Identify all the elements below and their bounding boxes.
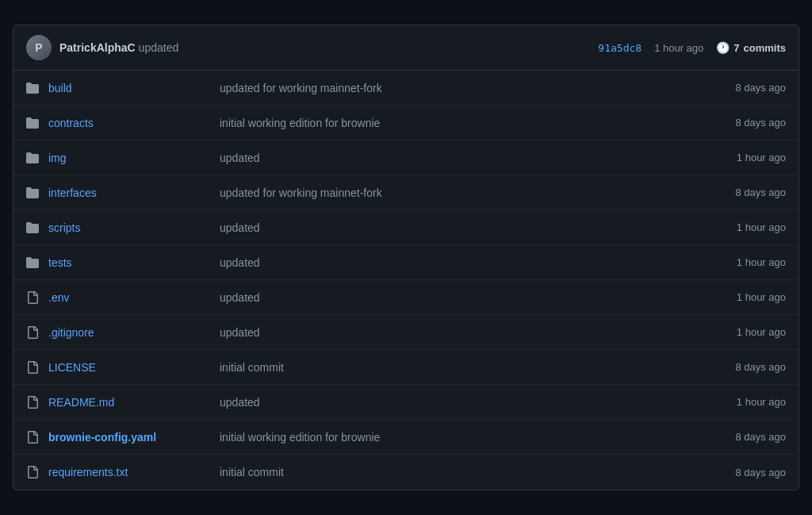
file-name[interactable]: brownie-config.yaml bbox=[48, 431, 207, 444]
header-row: P PatrickAlphaC updated 91a5dc8 1 hour a… bbox=[13, 25, 799, 71]
username[interactable]: PatrickAlphaC bbox=[59, 41, 136, 54]
file-message: updated bbox=[207, 326, 737, 339]
clock-icon: 🕐 bbox=[716, 41, 730, 54]
folder-icon bbox=[26, 117, 42, 129]
table-row: buildupdated for working mainnet-fork8 d… bbox=[13, 71, 799, 106]
file-icon bbox=[26, 361, 42, 374]
folder-icon bbox=[26, 82, 42, 94]
file-name[interactable]: requirements.txt bbox=[48, 466, 207, 478]
table-row: contractsinitial working edition for bro… bbox=[13, 106, 799, 140]
file-name[interactable]: img bbox=[48, 152, 207, 164]
file-name[interactable]: README.md bbox=[48, 396, 207, 409]
commits-count: 7 bbox=[733, 42, 739, 54]
table-row: .gitignoreupdated1 hour ago bbox=[13, 315, 799, 350]
table-row: requirements.txtinitial commit8 days ago bbox=[13, 455, 799, 490]
table-row: brownie-config.yamlinitial working editi… bbox=[13, 420, 799, 455]
file-message: updated bbox=[207, 221, 737, 234]
file-time: 1 hour ago bbox=[737, 256, 786, 268]
file-icon bbox=[26, 431, 42, 444]
table-row: scriptsupdated1 hour ago bbox=[13, 210, 799, 245]
header-time: 1 hour ago bbox=[654, 42, 703, 54]
table-row: testsupdated1 hour ago bbox=[13, 245, 799, 280]
file-name[interactable]: tests bbox=[48, 256, 207, 269]
file-name[interactable]: .env bbox=[48, 291, 207, 304]
folder-icon bbox=[26, 152, 42, 164]
avatar: P bbox=[26, 35, 52, 60]
table-row: imgupdated1 hour ago bbox=[13, 140, 799, 175]
file-name[interactable]: contracts bbox=[48, 117, 207, 129]
file-list: buildupdated for working mainnet-fork8 d… bbox=[13, 71, 799, 490]
file-name[interactable]: LICENSE bbox=[48, 361, 207, 374]
file-time: 8 days ago bbox=[735, 431, 786, 443]
folder-icon bbox=[26, 221, 42, 234]
file-name[interactable]: interfaces bbox=[48, 186, 207, 199]
file-time: 1 hour ago bbox=[737, 291, 786, 303]
file-message: updated bbox=[207, 256, 737, 269]
file-message: updated bbox=[207, 291, 737, 304]
table-row: LICENSEinitial commit8 days ago bbox=[13, 350, 799, 385]
file-time: 8 days ago bbox=[735, 467, 786, 478]
file-time: 8 days ago bbox=[735, 186, 786, 198]
file-name[interactable]: scripts bbox=[48, 221, 207, 234]
folder-icon bbox=[26, 186, 42, 199]
commits-label: commits bbox=[744, 42, 786, 54]
file-browser: P PatrickAlphaC updated 91a5dc8 1 hour a… bbox=[13, 25, 799, 490]
file-message: updated bbox=[207, 396, 737, 409]
file-icon bbox=[26, 326, 42, 339]
file-time: 1 hour ago bbox=[737, 396, 786, 408]
commit-hash[interactable]: 91a5dc8 bbox=[598, 42, 642, 54]
header-user-info: PatrickAlphaC updated bbox=[59, 41, 590, 54]
table-row: interfacesupdated for working mainnet-fo… bbox=[13, 175, 799, 210]
file-message: initial working edition for brownie bbox=[207, 117, 735, 129]
file-name[interactable]: .gitignore bbox=[48, 326, 207, 339]
file-time: 1 hour ago bbox=[737, 326, 786, 338]
file-time: 8 days ago bbox=[735, 361, 786, 373]
table-row: README.mdupdated1 hour ago bbox=[13, 385, 799, 420]
file-time: 1 hour ago bbox=[737, 152, 786, 163]
file-icon bbox=[26, 291, 42, 304]
file-name[interactable]: build bbox=[48, 82, 207, 94]
folder-icon bbox=[26, 256, 42, 269]
file-message: updated for working mainnet-fork bbox=[207, 186, 735, 199]
file-icon bbox=[26, 396, 42, 409]
file-time: 8 days ago bbox=[735, 82, 786, 94]
file-time: 1 hour ago bbox=[737, 221, 786, 233]
file-time: 8 days ago bbox=[735, 117, 786, 129]
header-meta: 91a5dc8 1 hour ago 🕐 7 commits bbox=[598, 41, 786, 54]
file-message: initial commit bbox=[207, 466, 735, 478]
file-message: updated bbox=[207, 152, 737, 164]
file-icon bbox=[26, 466, 42, 478]
file-message: updated for working mainnet-fork bbox=[207, 82, 735, 94]
file-message: initial working edition for brownie bbox=[207, 431, 735, 444]
table-row: .envupdated1 hour ago bbox=[13, 280, 799, 315]
header-action-label: updated bbox=[139, 41, 179, 54]
file-message: initial commit bbox=[207, 361, 735, 374]
commits-link[interactable]: 🕐 7 commits bbox=[716, 41, 786, 54]
